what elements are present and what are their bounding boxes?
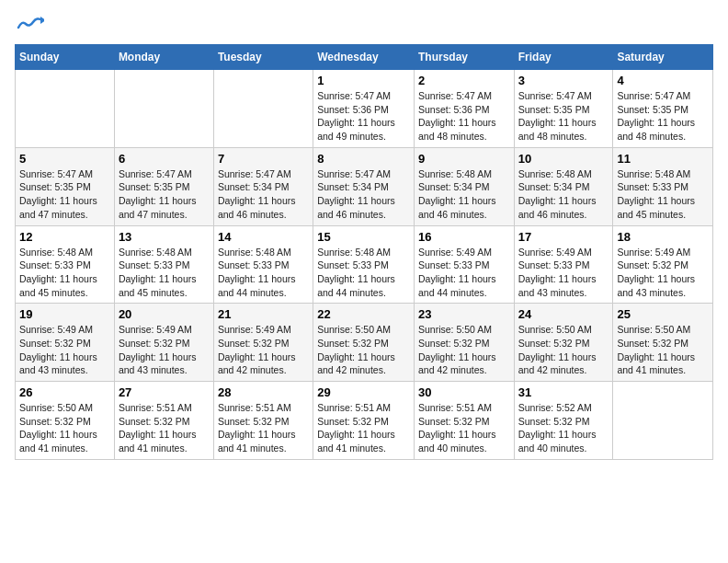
cell-info: Sunrise: 5:47 AM xyxy=(518,89,609,103)
cell-info: Daylight: 11 hours and 45 minutes. xyxy=(119,272,210,299)
calendar-cell: 19Sunrise: 5:49 AMSunset: 5:32 PMDayligh… xyxy=(16,304,115,382)
calendar-cell: 29Sunrise: 5:51 AMSunset: 5:32 PMDayligh… xyxy=(313,382,415,460)
day-number: 18 xyxy=(617,230,709,244)
calendar-cell: 30Sunrise: 5:51 AMSunset: 5:32 PMDayligh… xyxy=(414,382,514,460)
cell-info: Daylight: 11 hours and 48 minutes. xyxy=(617,116,709,143)
calendar-cell: 25Sunrise: 5:50 AMSunset: 5:32 PMDayligh… xyxy=(613,304,713,382)
cell-info: Daylight: 11 hours and 42 minutes. xyxy=(317,350,410,377)
day-number: 30 xyxy=(418,385,510,399)
cell-info: Sunset: 5:33 PM xyxy=(317,259,410,272)
cell-info: Sunset: 5:36 PM xyxy=(418,103,510,117)
cell-info: Daylight: 11 hours and 42 minutes. xyxy=(218,350,309,377)
cell-info: Sunrise: 5:48 AM xyxy=(617,167,709,181)
cell-info: Daylight: 11 hours and 41 minutes. xyxy=(617,350,709,377)
logo-wave-icon xyxy=(17,15,44,33)
cell-info: Daylight: 11 hours and 46 minutes. xyxy=(418,194,510,221)
day-number: 31 xyxy=(518,385,609,399)
cell-info: Sunrise: 5:50 AM xyxy=(317,323,410,337)
cell-info: Daylight: 11 hours and 42 minutes. xyxy=(418,350,510,377)
cell-info: Daylight: 11 hours and 41 minutes. xyxy=(218,428,309,454)
day-number: 1 xyxy=(317,74,410,87)
cell-info: Sunset: 5:32 PM xyxy=(317,337,410,350)
cell-info: Sunset: 5:35 PM xyxy=(518,103,609,117)
cell-info: Sunset: 5:33 PM xyxy=(617,180,709,194)
calendar-cell: 3Sunrise: 5:47 AMSunset: 5:35 PMDaylight… xyxy=(514,70,613,148)
header-row: SundayMondayTuesdayWednesdayThursdayFrid… xyxy=(16,45,713,70)
cell-info: Sunrise: 5:47 AM xyxy=(218,167,309,181)
cell-info: Daylight: 11 hours and 48 minutes. xyxy=(518,116,609,143)
day-number: 22 xyxy=(317,307,410,321)
cell-info: Daylight: 11 hours and 40 minutes. xyxy=(518,428,609,454)
cell-info: Daylight: 11 hours and 45 minutes. xyxy=(617,194,709,221)
day-number: 12 xyxy=(19,230,110,244)
cell-info: Sunset: 5:32 PM xyxy=(418,337,510,350)
cell-info: Sunrise: 5:52 AM xyxy=(518,401,609,415)
calendar-cell: 15Sunrise: 5:48 AMSunset: 5:33 PMDayligh… xyxy=(313,225,415,304)
cell-info: Sunset: 5:33 PM xyxy=(518,259,609,272)
calendar-cell: 12Sunrise: 5:48 AMSunset: 5:33 PMDayligh… xyxy=(16,225,115,304)
day-number: 2 xyxy=(418,74,510,87)
cell-info: Sunrise: 5:48 AM xyxy=(518,167,609,181)
cell-info: Daylight: 11 hours and 45 minutes. xyxy=(19,272,110,299)
week-row-1: 1Sunrise: 5:47 AMSunset: 5:36 PMDaylight… xyxy=(16,70,713,148)
calendar-cell: 4Sunrise: 5:47 AMSunset: 5:35 PMDaylight… xyxy=(613,70,713,148)
cell-info: Sunset: 5:34 PM xyxy=(418,180,510,194)
cell-info: Daylight: 11 hours and 46 minutes. xyxy=(518,194,609,221)
cell-info: Sunset: 5:33 PM xyxy=(119,259,210,272)
day-number: 14 xyxy=(218,230,309,244)
header xyxy=(15,15,713,33)
calendar-cell: 8Sunrise: 5:47 AMSunset: 5:34 PMDaylight… xyxy=(313,147,415,225)
day-number: 6 xyxy=(119,152,210,166)
day-number: 17 xyxy=(518,230,609,244)
cell-info: Daylight: 11 hours and 43 minutes. xyxy=(617,272,709,299)
cell-info: Sunset: 5:32 PM xyxy=(218,415,309,429)
day-number: 26 xyxy=(19,385,110,399)
day-number: 19 xyxy=(19,307,110,321)
day-number: 5 xyxy=(19,152,110,166)
cell-info: Sunrise: 5:48 AM xyxy=(418,167,510,181)
calendar-cell: 20Sunrise: 5:49 AMSunset: 5:32 PMDayligh… xyxy=(114,304,213,382)
cell-info: Sunset: 5:32 PM xyxy=(518,415,609,429)
cell-info: Sunset: 5:32 PM xyxy=(418,415,510,429)
cell-info: Sunrise: 5:47 AM xyxy=(119,167,210,181)
day-number: 27 xyxy=(119,385,210,399)
cell-info: Sunrise: 5:47 AM xyxy=(317,89,410,103)
day-number: 23 xyxy=(418,307,510,321)
cell-info: Sunrise: 5:50 AM xyxy=(518,323,609,337)
cell-info: Sunset: 5:32 PM xyxy=(19,415,110,429)
header-cell-saturday: Saturday xyxy=(613,45,713,70)
calendar-cell: 28Sunrise: 5:51 AMSunset: 5:32 PMDayligh… xyxy=(213,382,313,460)
calendar-cell: 18Sunrise: 5:49 AMSunset: 5:32 PMDayligh… xyxy=(613,225,713,304)
cell-info: Daylight: 11 hours and 46 minutes. xyxy=(218,194,309,221)
cell-info: Sunrise: 5:48 AM xyxy=(218,246,309,259)
day-number: 8 xyxy=(317,152,410,166)
calendar-cell: 6Sunrise: 5:47 AMSunset: 5:35 PMDaylight… xyxy=(114,147,213,225)
cell-info: Sunset: 5:33 PM xyxy=(19,259,110,272)
header-cell-sunday: Sunday xyxy=(16,45,115,70)
cell-info: Daylight: 11 hours and 40 minutes. xyxy=(418,428,510,454)
cell-info: Sunset: 5:32 PM xyxy=(119,337,210,350)
cell-info: Daylight: 11 hours and 47 minutes. xyxy=(19,194,110,221)
calendar-cell: 5Sunrise: 5:47 AMSunset: 5:35 PMDaylight… xyxy=(16,147,115,225)
cell-info: Sunset: 5:36 PM xyxy=(317,103,410,117)
cell-info: Sunrise: 5:49 AM xyxy=(119,323,210,337)
cell-info: Daylight: 11 hours and 44 minutes. xyxy=(418,272,510,299)
week-row-2: 5Sunrise: 5:47 AMSunset: 5:35 PMDaylight… xyxy=(16,147,713,225)
cell-info: Sunset: 5:33 PM xyxy=(418,259,510,272)
cell-info: Sunrise: 5:51 AM xyxy=(418,401,510,415)
day-number: 16 xyxy=(418,230,510,244)
calendar-cell: 17Sunrise: 5:49 AMSunset: 5:33 PMDayligh… xyxy=(514,225,613,304)
cell-info: Sunrise: 5:47 AM xyxy=(617,89,709,103)
cell-info: Sunset: 5:35 PM xyxy=(19,180,110,194)
cell-info: Daylight: 11 hours and 41 minutes. xyxy=(119,428,210,454)
week-row-3: 12Sunrise: 5:48 AMSunset: 5:33 PMDayligh… xyxy=(16,225,713,304)
cell-info: Sunset: 5:32 PM xyxy=(518,337,609,350)
cell-info: Sunset: 5:34 PM xyxy=(518,180,609,194)
header-cell-monday: Monday xyxy=(114,45,213,70)
calendar-cell: 16Sunrise: 5:49 AMSunset: 5:33 PMDayligh… xyxy=(414,225,514,304)
cell-info: Sunrise: 5:51 AM xyxy=(317,401,410,415)
calendar-cell: 31Sunrise: 5:52 AMSunset: 5:32 PMDayligh… xyxy=(514,382,613,460)
calendar-cell: 2Sunrise: 5:47 AMSunset: 5:36 PMDaylight… xyxy=(414,70,514,148)
cell-info: Sunrise: 5:48 AM xyxy=(119,246,210,259)
cell-info: Daylight: 11 hours and 42 minutes. xyxy=(518,350,609,377)
